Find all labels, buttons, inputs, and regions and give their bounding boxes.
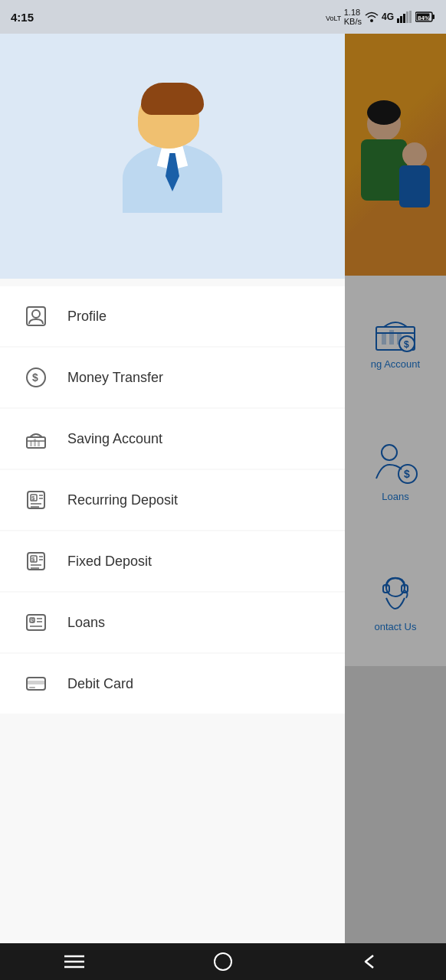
status-bar: 4:15 VoLTE 1.18KB/s 4G 84% <box>0 0 446 34</box>
loans-icon: $ <box>21 608 51 637</box>
debit-card-icon <box>21 669 51 698</box>
svg-point-1 <box>370 19 373 22</box>
menu-item-recurring-deposit[interactable]: $ Recurring Deposit <box>0 470 345 530</box>
fixed-deposit-icon: $ <box>21 547 51 576</box>
svg-rect-3 <box>400 16 402 23</box>
avatar-hair <box>141 83 204 115</box>
svg-text:$: $ <box>31 556 35 563</box>
battery-icon: 84% <box>415 11 435 23</box>
bottom-nav <box>0 943 446 980</box>
recurring-deposit-label: Recurring Deposit <box>67 492 178 508</box>
nav-back-button[interactable] <box>349 946 395 977</box>
svg-text:VoLTE: VoLTE <box>326 15 341 22</box>
menu-item-loans[interactable]: $ Loans <box>0 593 345 652</box>
money-transfer-icon: $ <box>21 363 51 392</box>
menu-item-debit-card[interactable]: Debit Card <box>0 654 345 714</box>
svg-rect-6 <box>409 11 412 23</box>
home-circle-icon <box>214 952 232 971</box>
network-type: 4G <box>382 11 394 22</box>
profile-icon <box>21 302 51 331</box>
svg-rect-33 <box>30 441 32 446</box>
drawer-profile-header <box>0 34 345 279</box>
svg-point-62 <box>215 953 231 970</box>
money-transfer-label: Money Transfer <box>67 370 163 386</box>
svg-text:$: $ <box>32 371 38 384</box>
svg-rect-57 <box>27 681 45 684</box>
svg-rect-35 <box>38 441 40 446</box>
svg-rect-58 <box>29 687 35 688</box>
recurring-deposit-icon: $ <box>21 485 51 514</box>
menu-item-profile[interactable]: Profile <box>0 286 345 346</box>
svg-text:$: $ <box>31 495 35 501</box>
avatar <box>111 87 234 225</box>
side-drawer: Profile $ Money Transfer <box>0 34 345 943</box>
speed-indicator: 1.18KB/s <box>344 8 362 26</box>
menu-item-saving-account[interactable]: Saving Account <box>0 409 345 469</box>
svg-rect-4 <box>403 14 405 23</box>
svg-rect-5 <box>406 11 408 23</box>
signal-icon <box>397 11 412 23</box>
avatar-body <box>123 144 222 213</box>
hamburger-icon <box>64 954 84 969</box>
svg-point-29 <box>32 310 40 318</box>
profile-label: Profile <box>67 309 107 325</box>
svg-rect-34 <box>34 439 36 446</box>
saving-account-label: Saving Account <box>67 431 162 447</box>
loans-label: Loans <box>67 615 105 631</box>
menu-item-fixed-deposit[interactable]: $ Fixed Deposit <box>0 531 345 591</box>
svg-text:$: $ <box>31 617 34 624</box>
nav-menu-button[interactable] <box>51 946 97 977</box>
fixed-deposit-label: Fixed Deposit <box>67 554 152 570</box>
status-icons: VoLTE 1.18KB/s 4G 84% <box>326 8 435 26</box>
svg-rect-2 <box>397 18 399 23</box>
svg-text:84%: 84% <box>418 15 430 21</box>
network-icon <box>365 11 379 23</box>
volte-icon: VoLTE <box>326 11 341 23</box>
saving-account-icon <box>21 424 51 453</box>
debit-card-label: Debit Card <box>67 676 133 692</box>
menu-item-money-transfer[interactable]: $ Money Transfer <box>0 348 345 407</box>
back-arrow-icon <box>362 954 381 969</box>
svg-rect-8 <box>432 15 435 19</box>
drawer-menu: Profile $ Money Transfer <box>0 279 345 943</box>
status-time: 4:15 <box>11 11 34 24</box>
nav-home-button[interactable] <box>200 946 246 977</box>
